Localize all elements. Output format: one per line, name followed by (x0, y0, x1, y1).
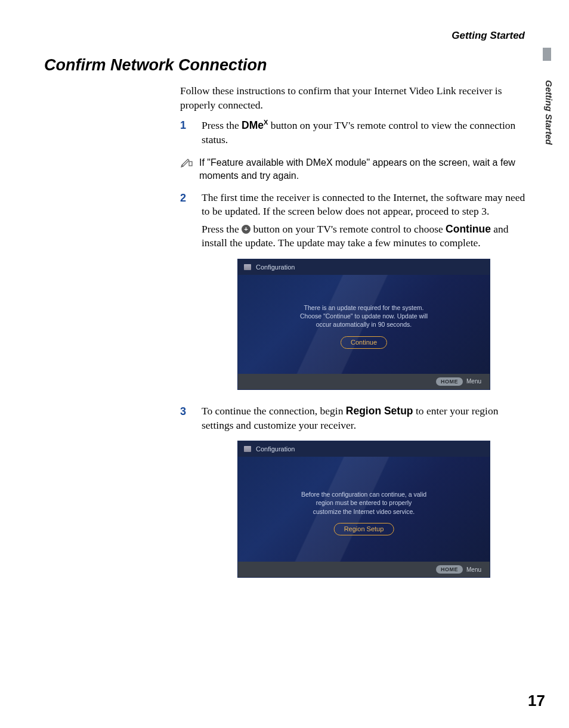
step-2-p2: Press the + button on your TV's remote c… (202, 222, 526, 250)
screenshot-footer: HOME Menu (238, 562, 490, 577)
running-head: Getting Started (44, 30, 525, 42)
dmex-label: DMeX (242, 119, 268, 131)
screenshot-titlebar: Configuration (238, 259, 490, 275)
screenshot-update: Configuration There is an update require… (237, 259, 490, 390)
section-title: Confirm Network Connection (44, 56, 525, 75)
msg-line: There is an update required for the syst… (262, 303, 466, 312)
screenshot-region: Configuration Before the configuration c… (237, 441, 490, 578)
step-body: To continue the connection, begin Region… (202, 404, 526, 588)
step-number: 3 (180, 404, 191, 588)
msg-line: Before the configuration can continue, a… (262, 490, 466, 498)
screenshot-title: Configuration (256, 263, 295, 272)
region-setup-label: Region Setup (346, 405, 413, 417)
content-area: Follow these instructions to confirm tha… (180, 84, 526, 588)
text: Press the (202, 119, 242, 131)
menu-label: Menu (466, 566, 481, 574)
screenshot-titlebar: Configuration (238, 441, 490, 457)
screenshot-message: There is an update required for the syst… (238, 303, 490, 329)
toolbox-icon (244, 264, 251, 270)
screenshot-title: Configuration (256, 445, 295, 454)
button-label: Continue (341, 336, 387, 349)
screenshot-footer: HOME Menu (238, 374, 490, 389)
step-3-text: To continue the connection, begin Region… (202, 404, 526, 432)
screenshot-stage: Before the configuration can continue, a… (238, 457, 490, 562)
page: Getting Started Getting Started Confirm … (0, 0, 569, 728)
page-number: 17 (528, 692, 545, 710)
continue-button[interactable]: Continue (341, 334, 387, 349)
home-pill: HOME (436, 565, 463, 574)
text: Press the (202, 223, 242, 235)
step-3: 3 To continue the connection, begin Regi… (180, 404, 526, 588)
button-label: Region Setup (334, 523, 394, 535)
pencil-icon (180, 156, 193, 182)
step-2: 2 The first time the receiver is connect… (180, 191, 526, 401)
msg-line: customize the Internet video service. (262, 507, 466, 516)
text: To continue the connection, begin (202, 405, 346, 417)
home-pill: HOME (436, 377, 463, 386)
text: button on your TV's remote control to ch… (251, 223, 446, 235)
tab-stub (543, 48, 551, 61)
step-number: 2 (180, 191, 191, 401)
intro-text: Follow these instructions to confirm tha… (180, 84, 526, 112)
screenshot-stage: There is an update required for the syst… (238, 275, 490, 374)
msg-line: Choose "Continue" to update now. Update … (262, 312, 466, 320)
continue-label: Continue (446, 223, 491, 235)
msg-line: occur automatically in 90 seconds. (262, 320, 466, 329)
step-body: The first time the receiver is connected… (202, 191, 526, 401)
note-text: If "Feature available with DMeX module" … (199, 156, 526, 182)
step-number: 1 (180, 118, 191, 150)
svg-rect-0 (189, 162, 192, 166)
screenshot-message: Before the configuration can continue, a… (238, 490, 490, 516)
menu-label: Menu (466, 377, 481, 386)
dme-base: DMe (242, 119, 264, 131)
note-block: If "Feature available with DMeX module" … (180, 154, 526, 187)
step-1: 1 Press the DMeX button on your TV's rem… (180, 118, 526, 150)
msg-line: region must be entered to properly (262, 498, 466, 507)
step-1-text: Press the DMeX button on your TV's remot… (202, 118, 526, 147)
plus-icon: + (242, 225, 251, 234)
step-2-p1: The first time the receiver is connected… (202, 191, 526, 219)
step-body: Press the DMeX button on your TV's remot… (202, 118, 526, 150)
region-setup-button[interactable]: Region Setup (334, 521, 394, 535)
side-tab: Getting Started (533, 48, 551, 149)
toolbox-icon (244, 446, 251, 452)
side-tab-label: Getting Started (543, 80, 553, 144)
